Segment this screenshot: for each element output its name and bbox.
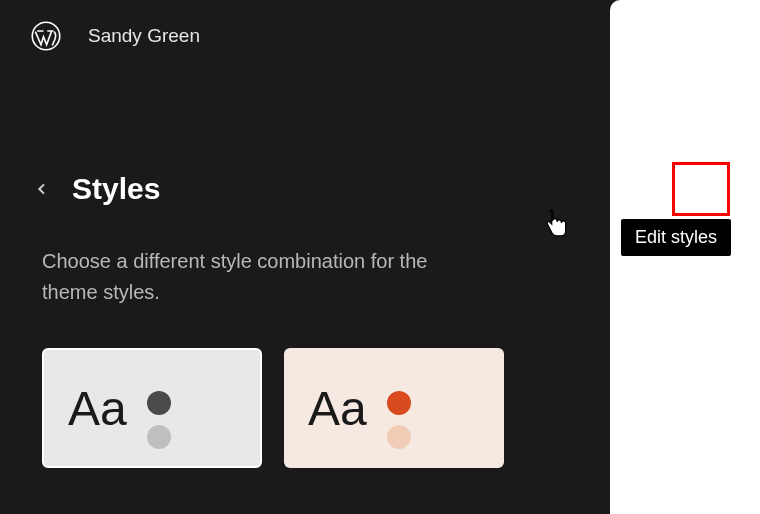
color-swatch xyxy=(387,425,411,449)
edit-styles-button[interactable] xyxy=(681,169,721,209)
typography-sample: Aa xyxy=(68,381,127,436)
edit-styles-highlight: Edit styles xyxy=(672,162,730,216)
panel-title: Styles xyxy=(72,172,596,206)
style-variation-card[interactable]: Aa xyxy=(42,348,262,468)
color-swatches xyxy=(387,391,411,449)
style-variation-card[interactable]: Aa xyxy=(284,348,504,468)
editor-canvas xyxy=(610,0,760,514)
panel-description: Choose a different style combination for… xyxy=(0,216,500,308)
back-button[interactable] xyxy=(30,177,54,201)
tooltip: Edit styles xyxy=(621,219,731,256)
wordpress-logo-icon[interactable] xyxy=(30,20,62,52)
color-swatch xyxy=(147,425,171,449)
typography-sample: Aa xyxy=(308,381,367,436)
color-swatch xyxy=(147,391,171,415)
site-title[interactable]: Sandy Green xyxy=(88,25,590,47)
color-swatch xyxy=(387,391,411,415)
color-swatches xyxy=(147,391,171,449)
